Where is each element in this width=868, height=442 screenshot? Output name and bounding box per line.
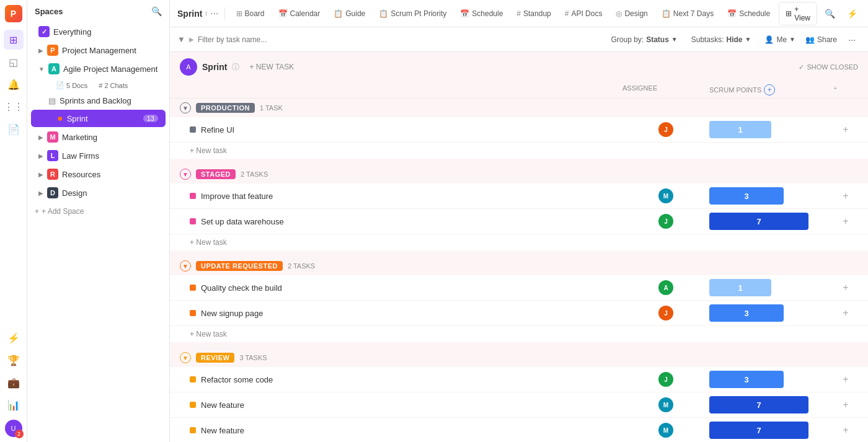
badge-staged: STAGED (196, 169, 236, 179)
nav-apps[interactable]: ⋮⋮ (4, 97, 24, 117)
more-options-btn[interactable]: ··· (843, 31, 861, 48)
add-col-btn[interactable]: + (833, 307, 858, 319)
topbar-info-dot[interactable] (206, 11, 206, 16)
new-task-row[interactable]: + New task (170, 326, 868, 342)
tab-standup[interactable]: # Standup (512, 7, 556, 20)
tab-design[interactable]: ◎ Design (611, 7, 652, 20)
user-avatar-section[interactable]: U 2 (5, 420, 22, 437)
collapse-update-requested[interactable]: ▼ (180, 260, 191, 272)
tab-scrum-priority[interactable]: 📋 Scrum Pt Priority (374, 7, 451, 20)
docs-chip[interactable]: 📄 5 Docs (52, 80, 91, 91)
collapse-production[interactable]: ▼ (180, 102, 191, 113)
column-headers: ASSIGNEE SCRUM POINTS + + (170, 82, 868, 99)
nav-goals[interactable]: 🏆 (4, 350, 24, 370)
add-col-btn[interactable]: + (833, 425, 858, 436)
lightning-btn[interactable]: ⚡ (843, 5, 861, 22)
scrum-points-plus[interactable]: + (764, 84, 775, 95)
nav-reports[interactable]: 📊 (4, 395, 24, 415)
filter-input[interactable] (198, 35, 322, 44)
sidebar-item-everything[interactable]: ✓ Everything (31, 23, 166, 40)
sidebar-search-icon[interactable]: 🔍 (151, 6, 162, 16)
table-row[interactable]: Refine UI J 1 + (170, 117, 868, 143)
add-view-btn[interactable]: ⊞ + View (779, 2, 817, 25)
add-col-btn[interactable]: + (833, 216, 858, 227)
nav-inbox[interactable]: ◱ (4, 52, 24, 72)
marketing-label: Marketing (62, 133, 158, 142)
add-col-header[interactable]: + (833, 84, 858, 95)
scrum-points-col-header[interactable]: SCRUM POINTS + (709, 84, 833, 95)
nav-favorites[interactable]: ⚡ (4, 328, 24, 348)
tab-schedule2[interactable]: 📅 Schedule (722, 7, 775, 20)
sidebar-item-marketing[interactable]: ▶ M Marketing (31, 128, 166, 146)
new-task-row[interactable]: + New task (170, 234, 868, 250)
table-row[interactable]: New feature M 7 + (170, 392, 868, 418)
nav-notifications[interactable]: 🔔 (4, 74, 24, 94)
assignee-avatar[interactable]: M (658, 397, 673, 412)
subtasks-btn[interactable]: Subtasks: Hide ▼ (688, 33, 755, 46)
sprint-new-task-btn[interactable]: + NEW TASK (249, 63, 294, 71)
group-header-production[interactable]: ▼ PRODUCTION 1 TASK (170, 99, 868, 117)
schedule2-icon: 📅 (727, 9, 737, 18)
sidebar-item-sprint[interactable]: ● Sprint 13 (31, 110, 166, 127)
tab-guide[interactable]: 📋 Guide (329, 7, 370, 20)
tab-board[interactable]: ⊞ Board (231, 7, 270, 20)
calendar-icon: 📅 (278, 9, 288, 18)
tab-api-docs[interactable]: # API Docs (560, 7, 608, 20)
law-icon: L (47, 150, 58, 161)
sidebar-item-resources[interactable]: ▶ R Resources (31, 166, 166, 183)
add-col-btn[interactable]: + (833, 399, 858, 410)
table-row[interactable]: Improve that feature M 3 + (170, 183, 868, 209)
assignee-avatar[interactable]: A (658, 280, 673, 295)
task-dot (190, 193, 196, 199)
task-name-cell: New signup page (190, 309, 622, 318)
table-row[interactable]: New signup page J 3 + (170, 301, 868, 326)
sidebar-item-agile-pm[interactable]: ▼ A Agile Project Management (31, 60, 166, 77)
topbar-more-btn[interactable]: ··· (210, 8, 218, 19)
task-name: Refine UI (201, 125, 234, 135)
chats-chip[interactable]: # 2 Chats (95, 80, 131, 91)
tab-schedule[interactable]: 📅 Schedule (455, 7, 508, 20)
group-header-review[interactable]: ▼ REVIEW 3 TASKS (170, 348, 868, 367)
table-row[interactable]: Quality check the build A 1 + (170, 275, 868, 301)
table-row[interactable]: Refactor some code J 3 + (170, 367, 868, 392)
group-by-btn[interactable]: Group by: Status ▼ (607, 33, 681, 46)
scrum-bar: 3 (709, 371, 784, 388)
assignee-avatar[interactable]: M (658, 188, 673, 203)
sidebar-item-project-management[interactable]: ▶ P Project Management (31, 42, 166, 59)
assignee-cell: M (622, 423, 709, 438)
add-col-btn[interactable]: + (833, 282, 858, 293)
search-btn[interactable]: 🔍 (821, 5, 838, 22)
add-col-btn[interactable]: + (833, 190, 858, 201)
sidebar-item-law-firms[interactable]: ▶ L Law Firms (31, 147, 166, 164)
nav-home[interactable]: ⊞ (4, 30, 24, 50)
group-header-update-requested[interactable]: ▼ UPDATE REQUESTED 2 TASKS (170, 257, 868, 275)
table-row[interactable]: Set up data warehouse J 7 + (170, 209, 868, 234)
show-closed-btn[interactable]: ✓ SHOW CLOSED (799, 63, 858, 71)
task-name: New feature (201, 426, 244, 435)
nav-docs[interactable]: 📄 (4, 119, 24, 139)
icon-rail: P ⊞ ◱ 🔔 ⋮⋮ 📄 ⚡ 🏆 💼 📊 U 2 (0, 0, 27, 442)
collapse-review[interactable]: ▼ (180, 352, 191, 363)
sidebar-item-sprints-backlog[interactable]: ▤ Sprints and Backlog (31, 93, 166, 108)
assignee-avatar[interactable]: J (658, 372, 673, 387)
assignee-cell: J (622, 372, 709, 387)
share-btn[interactable]: 👥 Share (805, 35, 837, 44)
assignee-avatar[interactable]: J (658, 122, 673, 137)
tab-next-7-days[interactable]: 📋 Next 7 Days (657, 7, 719, 20)
table-row[interactable]: New feature M 7 + (170, 418, 868, 442)
assignee-avatar[interactable]: J (658, 306, 673, 320)
add-space-btn[interactable]: + + Add Space (27, 202, 169, 221)
collapse-staged[interactable]: ▼ (180, 169, 191, 180)
nav-portfolio[interactable]: 💼 (4, 373, 24, 392)
assignee-avatar[interactable]: M (658, 423, 673, 438)
me-btn[interactable]: 👤 Me ▼ (761, 33, 799, 46)
tab-calendar[interactable]: 📅 Calendar (273, 7, 326, 20)
group-header-staged[interactable]: ▼ STAGED 2 TASKS (170, 165, 868, 183)
add-col-btn[interactable]: + (833, 124, 858, 135)
add-col-btn[interactable]: + (833, 374, 858, 385)
new-task-row[interactable]: + New task (170, 143, 868, 159)
sidebar-item-design[interactable]: ▶ D Design (31, 184, 166, 201)
assignee-avatar[interactable]: J (658, 214, 673, 229)
pm-label: Project Management (62, 46, 158, 55)
sprint-info-icon[interactable]: ⓘ (232, 62, 239, 73)
